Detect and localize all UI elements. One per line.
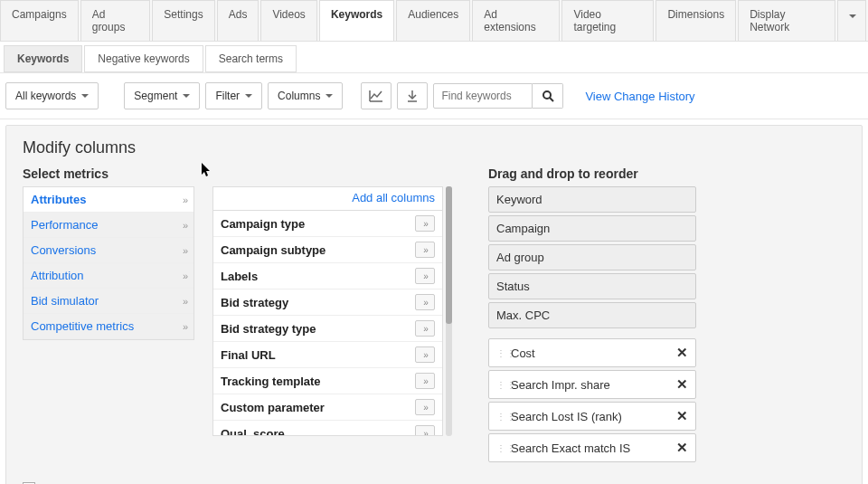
locked-column: Keyword [488, 186, 696, 213]
segment-dropdown[interactable]: Segment [124, 82, 200, 109]
available-column: Campaign subtype» [213, 237, 442, 263]
caret-icon [245, 94, 252, 98]
panel-title: Modify columns [23, 138, 845, 157]
select-metrics-title: Select metrics [23, 166, 194, 181]
add-column-button[interactable]: » [415, 294, 435, 310]
drag-handle-icon[interactable]: ⋮⋮ [496, 351, 505, 356]
available-column: Qual. score» [213, 421, 442, 436]
metric-category-bid-simulator[interactable]: Bid simulator» [24, 289, 193, 314]
modify-columns-panel: Modify columns Select metrics Attributes… [5, 125, 863, 484]
scrollbar[interactable] [446, 186, 452, 436]
svg-point-2 [543, 91, 551, 99]
column-label: Custom parameter [221, 401, 325, 414]
chart-icon-button[interactable] [361, 82, 392, 109]
top-tabs: CampaignsAd groupsSettingsAdsVideosKeywo… [0, 0, 868, 42]
metric-category-attribution[interactable]: Attribution» [24, 263, 193, 289]
scrollbar-thumb[interactable] [446, 186, 452, 324]
column-label: Qual. score [221, 427, 285, 437]
top-tab-ad-groups[interactable]: Ad groups [80, 0, 151, 41]
top-tab-keywords[interactable]: Keywords [319, 0, 394, 41]
drag-handle-icon[interactable]: ⋮⋮ [496, 383, 505, 387]
caret-icon [183, 94, 190, 98]
available-column: Bid strategy type» [213, 316, 442, 342]
search-box [433, 83, 563, 109]
metric-category-conversions[interactable]: Conversions» [24, 238, 193, 263]
draggable-column[interactable]: ⋮⋮Search Lost IS (rank)✕ [488, 402, 696, 431]
metric-category-list: Attributes»Performance»Conversions»Attri… [23, 186, 194, 340]
locked-column: Max. CPC [488, 302, 696, 328]
view-change-history-link[interactable]: View Change History [585, 90, 694, 103]
available-column: Labels» [213, 263, 442, 289]
download-icon-button[interactable] [397, 82, 428, 109]
column-label: Search Lost IS (rank) [511, 410, 622, 423]
column-label: Search Impr. share [511, 378, 610, 392]
remove-column-button[interactable]: ✕ [676, 440, 688, 456]
column-label: Search Exact match IS [511, 441, 630, 455]
sub-tab-negative-keywords[interactable]: Negative keywords [84, 45, 203, 72]
sub-tabs: KeywordsNegative keywordsSearch terms [0, 42, 868, 73]
add-column-button[interactable]: » [415, 399, 435, 415]
chevron-right-icon: » [183, 245, 186, 256]
remove-column-button[interactable]: ✕ [676, 408, 688, 424]
cursor-icon [202, 163, 212, 177]
add-column-button[interactable]: » [415, 425, 435, 436]
drag-handle-icon[interactable]: ⋮⋮ [496, 414, 505, 419]
top-tab-campaigns[interactable]: Campaigns [0, 0, 79, 41]
available-column: Tracking template» [213, 368, 442, 394]
top-tab-audiences[interactable]: Audiences [396, 0, 470, 41]
remove-column-button[interactable]: ✕ [676, 376, 688, 393]
all-keywords-dropdown[interactable]: All keywords [5, 82, 99, 109]
add-column-button[interactable]: » [415, 215, 435, 232]
columns-dropdown[interactable]: Columns [268, 82, 343, 109]
drag-handle-icon[interactable]: ⋮⋮ [496, 446, 505, 451]
add-column-button[interactable]: » [415, 320, 435, 337]
column-label: Bid strategy type [221, 322, 316, 336]
search-input[interactable] [433, 83, 533, 109]
available-column: Custom parameter» [213, 394, 442, 421]
search-button[interactable] [533, 83, 563, 109]
add-all-columns-link[interactable]: Add all columns [212, 186, 443, 210]
column-label: Campaign type [221, 217, 305, 231]
available-column: Bid strategy» [213, 289, 442, 316]
metric-category-attributes[interactable]: Attributes» [24, 187, 193, 213]
chevron-right-icon: » [183, 270, 186, 281]
column-label: Final URL [221, 348, 276, 362]
top-tab-display-network[interactable]: Display Network [738, 0, 835, 41]
chevron-right-icon: » [183, 195, 186, 205]
locked-column: Campaign [488, 215, 696, 242]
add-column-button[interactable]: » [415, 373, 435, 389]
search-icon [542, 90, 554, 102]
draggable-column[interactable]: ⋮⋮Cost✕ [488, 338, 696, 367]
add-column-button[interactable]: » [415, 268, 435, 284]
column-label: Labels [221, 270, 258, 283]
locked-column: Status [488, 273, 696, 299]
chevron-right-icon: » [183, 220, 186, 231]
sub-tab-search-terms[interactable]: Search terms [205, 45, 297, 72]
draggable-column[interactable]: ⋮⋮Search Exact match IS✕ [488, 433, 696, 462]
filter-dropdown[interactable]: Filter [205, 82, 262, 109]
available-column: Campaign type» [213, 211, 442, 237]
reorder-list: KeywordCampaignAd groupStatusMax. CPC⋮⋮C… [488, 186, 696, 462]
remove-column-button[interactable]: ✕ [676, 345, 688, 361]
top-tab-ad-extensions[interactable]: Ad extensions [472, 0, 560, 41]
toolbar: All keywords Segment Filter Columns View… [0, 73, 868, 119]
draggable-column[interactable]: ⋮⋮Search Impr. share✕ [488, 370, 696, 399]
top-tab-ads[interactable]: Ads [217, 0, 259, 41]
metric-category-performance[interactable]: Performance» [24, 213, 193, 238]
caret-icon [326, 94, 333, 98]
column-label: Campaign subtype [221, 243, 326, 257]
top-tab-video-targeting[interactable]: Video targeting [561, 0, 654, 41]
locked-column: Ad group [488, 244, 696, 270]
add-column-button[interactable]: » [415, 242, 435, 258]
top-tab-more[interactable] [837, 0, 866, 41]
metric-category-competitive-metrics[interactable]: Competitive metrics» [24, 314, 193, 339]
top-tab-settings[interactable]: Settings [152, 0, 214, 41]
caret-icon [81, 94, 89, 98]
svg-line-3 [550, 98, 553, 101]
add-column-button[interactable]: » [415, 346, 435, 363]
chevron-right-icon: » [183, 321, 186, 332]
sub-tab-keywords[interactable]: Keywords [4, 45, 82, 72]
column-label: Bid strategy [221, 296, 288, 309]
top-tab-videos[interactable]: Videos [260, 0, 316, 41]
top-tab-dimensions[interactable]: Dimensions [656, 0, 736, 41]
